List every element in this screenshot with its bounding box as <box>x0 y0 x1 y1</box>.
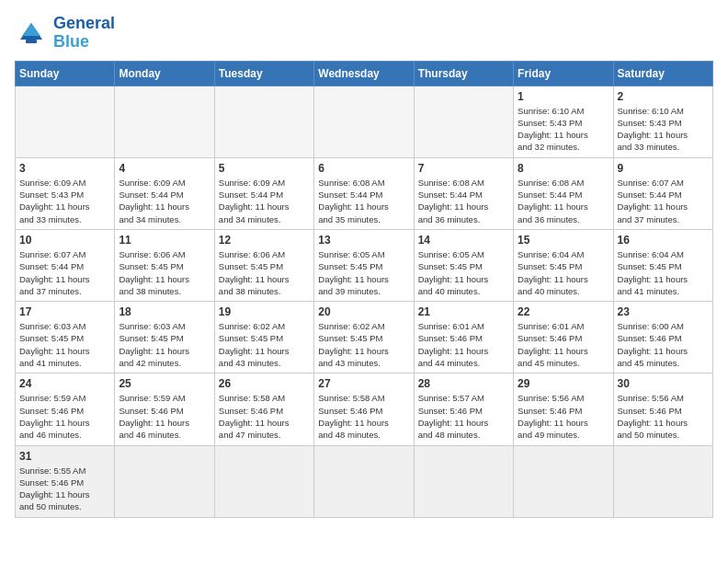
day-info: Sunrise: 6:07 AM Sunset: 5:44 PM Dayligh… <box>618 177 709 225</box>
day-number: 23 <box>618 305 709 318</box>
calendar-week-1: 1Sunrise: 6:10 AM Sunset: 5:43 PM Daylig… <box>16 86 713 157</box>
day-info: Sunrise: 6:10 AM Sunset: 5:43 PM Dayligh… <box>518 105 609 154</box>
day-info: Sunrise: 6:08 AM Sunset: 5:44 PM Dayligh… <box>318 177 409 225</box>
calendar-cell: 24Sunrise: 5:59 AM Sunset: 5:46 PM Dayli… <box>16 373 115 445</box>
day-number: 7 <box>418 162 509 175</box>
calendar-cell: 8Sunrise: 6:08 AM Sunset: 5:44 PM Daylig… <box>514 157 613 229</box>
day-number: 17 <box>19 305 110 318</box>
day-number: 24 <box>19 377 110 390</box>
day-header-monday: Monday <box>115 61 214 86</box>
day-number: 3 <box>19 162 110 175</box>
day-number: 16 <box>618 234 709 247</box>
day-info: Sunrise: 6:09 AM Sunset: 5:44 PM Dayligh… <box>119 177 210 225</box>
page-header: GeneralBlue <box>15 15 713 52</box>
calendar-cell: 29Sunrise: 5:56 AM Sunset: 5:46 PM Dayli… <box>514 373 613 445</box>
calendar-cell <box>16 86 115 157</box>
day-header-tuesday: Tuesday <box>214 61 313 86</box>
day-info: Sunrise: 5:57 AM Sunset: 5:46 PM Dayligh… <box>418 392 509 441</box>
day-number: 2 <box>618 90 709 103</box>
calendar-header-row: SundayMondayTuesdayWednesdayThursdayFrid… <box>16 61 713 86</box>
logo-text: GeneralBlue <box>53 15 115 52</box>
calendar-cell: 19Sunrise: 6:02 AM Sunset: 5:45 PM Dayli… <box>214 302 313 373</box>
day-info: Sunrise: 6:01 AM Sunset: 5:46 PM Dayligh… <box>518 320 609 369</box>
day-info: Sunrise: 5:56 AM Sunset: 5:46 PM Dayligh… <box>618 392 709 441</box>
day-number: 5 <box>219 162 310 175</box>
calendar-cell: 1Sunrise: 6:10 AM Sunset: 5:43 PM Daylig… <box>514 86 613 157</box>
calendar-cell: 15Sunrise: 6:04 AM Sunset: 5:45 PM Dayli… <box>514 229 613 301</box>
day-header-saturday: Saturday <box>613 61 712 86</box>
logo-icon <box>15 19 48 47</box>
day-number: 31 <box>19 450 110 463</box>
day-number: 29 <box>518 377 609 390</box>
day-info: Sunrise: 6:06 AM Sunset: 5:45 PM Dayligh… <box>119 248 210 297</box>
calendar-cell: 11Sunrise: 6:06 AM Sunset: 5:45 PM Dayli… <box>115 229 214 301</box>
day-info: Sunrise: 6:04 AM Sunset: 5:45 PM Dayligh… <box>518 248 609 297</box>
day-info: Sunrise: 5:58 AM Sunset: 5:46 PM Dayligh… <box>318 392 409 441</box>
calendar-cell: 16Sunrise: 6:04 AM Sunset: 5:45 PM Dayli… <box>613 229 712 301</box>
calendar-cell <box>115 445 214 517</box>
day-number: 13 <box>318 234 409 247</box>
calendar-cell: 10Sunrise: 6:07 AM Sunset: 5:44 PM Dayli… <box>16 229 115 301</box>
logo: GeneralBlue <box>15 15 115 52</box>
day-info: Sunrise: 6:04 AM Sunset: 5:45 PM Dayligh… <box>618 248 709 297</box>
day-header-thursday: Thursday <box>414 61 513 86</box>
calendar-cell: 20Sunrise: 6:02 AM Sunset: 5:45 PM Dayli… <box>314 302 414 373</box>
day-number: 11 <box>119 234 210 247</box>
calendar-cell: 22Sunrise: 6:01 AM Sunset: 5:46 PM Dayli… <box>514 302 613 373</box>
day-info: Sunrise: 6:01 AM Sunset: 5:46 PM Dayligh… <box>418 320 509 369</box>
calendar-cell: 26Sunrise: 5:58 AM Sunset: 5:46 PM Dayli… <box>214 373 313 445</box>
day-number: 19 <box>219 305 310 318</box>
day-number: 20 <box>318 305 409 318</box>
calendar-cell: 7Sunrise: 6:08 AM Sunset: 5:44 PM Daylig… <box>414 157 513 229</box>
day-number: 30 <box>618 377 709 390</box>
day-number: 27 <box>318 377 409 390</box>
day-info: Sunrise: 5:59 AM Sunset: 5:46 PM Dayligh… <box>19 392 110 441</box>
day-number: 25 <box>119 377 210 390</box>
day-number: 9 <box>618 162 709 175</box>
day-header-friday: Friday <box>514 61 613 86</box>
day-number: 10 <box>19 234 110 247</box>
calendar-cell <box>514 445 613 517</box>
calendar-cell <box>613 445 712 517</box>
calendar-cell: 6Sunrise: 6:08 AM Sunset: 5:44 PM Daylig… <box>314 157 414 229</box>
calendar-cell: 21Sunrise: 6:01 AM Sunset: 5:46 PM Dayli… <box>414 302 513 373</box>
day-info: Sunrise: 6:05 AM Sunset: 5:45 PM Dayligh… <box>418 248 509 297</box>
day-number: 26 <box>219 377 310 390</box>
day-header-wednesday: Wednesday <box>314 61 414 86</box>
day-info: Sunrise: 6:09 AM Sunset: 5:43 PM Dayligh… <box>19 177 110 225</box>
day-info: Sunrise: 6:03 AM Sunset: 5:45 PM Dayligh… <box>119 320 210 369</box>
calendar-cell: 25Sunrise: 5:59 AM Sunset: 5:46 PM Dayli… <box>115 373 214 445</box>
calendar-cell: 12Sunrise: 6:06 AM Sunset: 5:45 PM Dayli… <box>214 229 313 301</box>
day-number: 6 <box>318 162 409 175</box>
calendar-cell: 13Sunrise: 6:05 AM Sunset: 5:45 PM Dayli… <box>314 229 414 301</box>
calendar-cell: 18Sunrise: 6:03 AM Sunset: 5:45 PM Dayli… <box>115 302 214 373</box>
day-info: Sunrise: 6:07 AM Sunset: 5:44 PM Dayligh… <box>19 248 110 297</box>
day-info: Sunrise: 6:03 AM Sunset: 5:45 PM Dayligh… <box>19 320 110 369</box>
calendar-cell <box>314 445 414 517</box>
calendar-table: SundayMondayTuesdayWednesdayThursdayFrid… <box>15 61 713 518</box>
day-info: Sunrise: 5:59 AM Sunset: 5:46 PM Dayligh… <box>119 392 210 441</box>
day-info: Sunrise: 6:02 AM Sunset: 5:45 PM Dayligh… <box>219 320 310 369</box>
day-info: Sunrise: 5:56 AM Sunset: 5:46 PM Dayligh… <box>518 392 609 441</box>
day-header-sunday: Sunday <box>16 61 115 86</box>
day-info: Sunrise: 5:55 AM Sunset: 5:46 PM Dayligh… <box>19 465 110 513</box>
day-info: Sunrise: 6:02 AM Sunset: 5:45 PM Dayligh… <box>318 320 409 369</box>
day-info: Sunrise: 5:58 AM Sunset: 5:46 PM Dayligh… <box>219 392 310 441</box>
calendar-cell: 17Sunrise: 6:03 AM Sunset: 5:45 PM Dayli… <box>16 302 115 373</box>
day-number: 18 <box>119 305 210 318</box>
calendar-cell <box>214 86 313 157</box>
calendar-cell: 9Sunrise: 6:07 AM Sunset: 5:44 PM Daylig… <box>613 157 712 229</box>
day-number: 21 <box>418 305 509 318</box>
calendar-cell: 3Sunrise: 6:09 AM Sunset: 5:43 PM Daylig… <box>16 157 115 229</box>
day-info: Sunrise: 6:00 AM Sunset: 5:46 PM Dayligh… <box>618 320 709 369</box>
day-number: 4 <box>119 162 210 175</box>
calendar-week-4: 17Sunrise: 6:03 AM Sunset: 5:45 PM Dayli… <box>16 302 713 373</box>
calendar-week-5: 24Sunrise: 5:59 AM Sunset: 5:46 PM Dayli… <box>16 373 713 445</box>
calendar-cell: 4Sunrise: 6:09 AM Sunset: 5:44 PM Daylig… <box>115 157 214 229</box>
day-info: Sunrise: 6:06 AM Sunset: 5:45 PM Dayligh… <box>219 248 310 297</box>
calendar-cell: 2Sunrise: 6:10 AM Sunset: 5:43 PM Daylig… <box>613 86 712 157</box>
calendar-cell: 30Sunrise: 5:56 AM Sunset: 5:46 PM Dayli… <box>613 373 712 445</box>
calendar-cell <box>414 86 513 157</box>
calendar-cell <box>414 445 513 517</box>
calendar-cell <box>115 86 214 157</box>
